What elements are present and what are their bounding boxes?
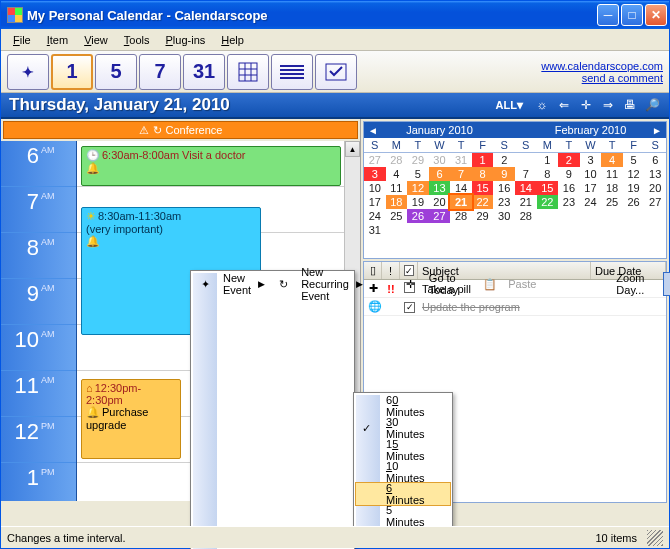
timescale-submenu: 60 Minutes ✓30 Minutes 15 Minutes 10 Min… — [353, 392, 453, 530]
next-day-button[interactable]: ⇒ — [599, 96, 617, 114]
menu-bar: File Item View Tools Plug-ins Help — [1, 29, 669, 51]
task-subject: Update the program — [418, 299, 666, 315]
window-title: My Personal Calendar - Calendarscope — [27, 8, 595, 23]
view-tasks-button[interactable] — [315, 54, 357, 90]
bell-icon: 🔔 — [86, 406, 100, 418]
task-checkbox[interactable] — [404, 302, 415, 313]
sun-icon: ☀ — [86, 210, 96, 222]
ctx-new-event[interactable]: ✦New Event▶ — [193, 273, 271, 295]
toolbar-links: www.calendarscope.com send a comment — [541, 60, 663, 84]
ctx-zoom-day[interactable]: Zoom Day... — [586, 273, 664, 295]
menu-view[interactable]: View — [76, 32, 116, 48]
title-bar: My Personal Calendar - Calendarscope ─ □… — [1, 1, 669, 29]
maximize-button[interactable]: □ — [621, 4, 643, 26]
recurrence-icon: ↻ — [275, 278, 291, 291]
ts-5[interactable]: 5 Minutes — [356, 505, 450, 527]
appt-visit-doctor[interactable]: 🕒6:30am-8:00am Visit a doctor 🔔 — [81, 146, 341, 186]
status-bar: Changes a time interval. 10 items — [1, 526, 669, 548]
allday-event[interactable]: ⚠ ↻ Conference — [3, 121, 358, 139]
print-button[interactable]: 🖶 — [621, 96, 639, 114]
home-icon: ⌂ — [86, 382, 93, 394]
ctx-time-scale[interactable]: Time Scale▶ — [664, 273, 670, 295]
toolbar: ✦ 1 5 7 31 www.calendarscope.com send a … — [1, 51, 669, 93]
app-icon — [7, 7, 23, 23]
ctx-goto-today[interactable]: ✛Go to Today — [399, 273, 478, 295]
bell-icon: 🔔 — [86, 235, 100, 247]
minimize-button[interactable]: ─ — [597, 4, 619, 26]
svg-rect-0 — [239, 63, 257, 81]
ts-10[interactable]: 10 Minutes — [356, 461, 450, 483]
task-row[interactable]: 🌐 Update the program — [364, 298, 666, 316]
status-text: Changes a time interval. — [7, 532, 595, 544]
star-icon: ✦ — [197, 278, 213, 291]
globe-icon: 🌐 — [364, 298, 382, 315]
new-event-button[interactable]: ✦ — [7, 54, 49, 90]
date-header: Thursday, January 21, 2010 ALL ▾ ☼ ⇐ ✛ ⇒… — [1, 93, 669, 119]
target-icon: ✛ — [403, 278, 419, 291]
menu-plugins[interactable]: Plug-ins — [158, 32, 214, 48]
view-1day-button[interactable]: 1 — [51, 54, 93, 90]
clock-icon: 🕒 — [86, 149, 100, 161]
view-grid-button[interactable] — [227, 54, 269, 90]
link-comment[interactable]: send a comment — [541, 72, 663, 84]
context-menu: ✦New Event▶ ↻New Recurring Event▶ ✛Go to… — [190, 270, 355, 549]
mini-february[interactable]: February 2010► SMTWTFS 123456 7891011121… — [515, 122, 666, 258]
bell-icon: 🔔 — [86, 162, 100, 174]
menu-item[interactable]: Item — [39, 32, 76, 48]
ctx-new-recurring[interactable]: ↻New Recurring Event▶ — [271, 273, 369, 295]
goto-today-button[interactable]: ✛ — [577, 96, 595, 114]
ts-15[interactable]: 15 Minutes — [356, 439, 450, 461]
check-icon: ✓ — [362, 422, 371, 435]
link-website[interactable]: www.calendarscope.com — [541, 60, 663, 72]
scroll-up-button[interactable]: ▲ — [345, 141, 360, 157]
menu-help[interactable]: Help — [213, 32, 252, 48]
mini-january[interactable]: ◄January 2010 SMTWTFS 272829303112 34567… — [364, 122, 515, 258]
next-month-button[interactable]: ► — [652, 125, 662, 136]
view-5day-button[interactable]: 5 — [95, 54, 137, 90]
col-priority[interactable]: ! — [382, 262, 400, 279]
close-button[interactable]: ✕ — [645, 4, 667, 26]
priority-high-icon: !! — [382, 281, 400, 297]
status-count: 10 items — [595, 532, 637, 544]
view-month-button[interactable]: 31 — [183, 54, 225, 90]
resize-grip[interactable] — [647, 530, 663, 546]
prev-month-button[interactable]: ◄ — [368, 125, 378, 136]
paste-icon: 📋 — [482, 278, 498, 291]
recurrence-icon: ↻ — [153, 124, 162, 137]
filter-all-button[interactable]: ALL ▾ — [490, 96, 529, 114]
current-date: Thursday, January 21, 2010 — [9, 95, 486, 115]
view-7day-button[interactable]: 7 — [139, 54, 181, 90]
prev-day-button[interactable]: ⇐ — [555, 96, 573, 114]
time-column: 6AM 7AM 8AM 9AM 10AM 11AM 12PM 1PM — [1, 141, 77, 501]
appt-purchase[interactable]: ⌂12:30pm-2:30pm 🔔Purchase upgrade — [81, 379, 181, 459]
mini-calendars: ◄January 2010 SMTWTFS 272829303112 34567… — [363, 121, 667, 259]
find-button[interactable]: 🔎 — [643, 96, 661, 114]
allday-label: Conference — [166, 124, 223, 136]
menu-file[interactable]: File — [5, 32, 39, 48]
warning-icon: ⚠ — [139, 124, 149, 137]
sun-icon[interactable]: ☼ — [533, 96, 551, 114]
ts-6[interactable]: 6 Minutes — [356, 483, 450, 505]
ts-60[interactable]: 60 Minutes — [356, 395, 450, 417]
ctx-paste: 📋Paste — [478, 273, 556, 295]
ts-30[interactable]: ✓30 Minutes — [356, 417, 450, 439]
menu-tools[interactable]: Tools — [116, 32, 158, 48]
view-list-button[interactable] — [271, 54, 313, 90]
